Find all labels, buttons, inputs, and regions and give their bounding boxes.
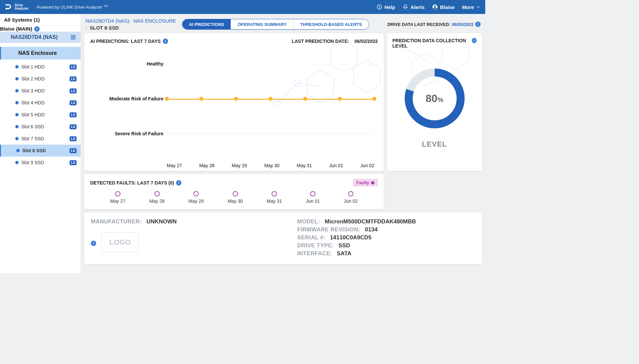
ls-badge: LS bbox=[70, 148, 77, 153]
sidebar-slot-item[interactable]: Slot 7 SSDLS bbox=[0, 133, 81, 145]
status-dot-icon bbox=[15, 161, 19, 164]
status-dot-icon bbox=[15, 137, 19, 140]
svg-rect-8 bbox=[74, 38, 75, 39]
manufacturer-value: UNKNOWN bbox=[146, 218, 177, 225]
user-menu[interactable]: Blaise bbox=[432, 4, 455, 10]
breadcrumb-enclosure[interactable]: NAS ENCLOSURE bbox=[133, 18, 176, 24]
fault-marker-icon bbox=[193, 191, 199, 196]
chart-point bbox=[303, 97, 307, 101]
sidebar-slot-item[interactable]: Slot 1 HDDLS bbox=[0, 61, 81, 73]
drivetype-value: SSD bbox=[338, 242, 350, 249]
last-received: DRIVE DATA LAST RECEIVED: 06/03/2022 i bbox=[387, 22, 481, 27]
fault-marker-icon bbox=[348, 191, 353, 196]
chart-point bbox=[338, 97, 342, 101]
fault-day: May 27 bbox=[110, 191, 125, 204]
svg-rect-7 bbox=[71, 38, 73, 39]
avatar-icon bbox=[432, 4, 438, 10]
svg-point-0 bbox=[6, 9, 7, 10]
collection-level-card: PREDICTION DATA COLLECTION LEVEL i 80% L… bbox=[387, 33, 482, 171]
fault-marker-icon bbox=[115, 191, 120, 196]
fault-day: May 31 bbox=[267, 191, 282, 204]
fault-day: Jun 01 bbox=[306, 191, 320, 204]
drive-specs-card: MANUFACTURER: UNKNOWN i LOGO MODEL:Micro… bbox=[84, 212, 482, 264]
manufacturer-label: MANUFACTURER: bbox=[91, 218, 142, 225]
slot-label: Slot 9 SSD bbox=[21, 160, 44, 165]
sidebar-slot-item[interactable]: Slot 2 HDDLS bbox=[0, 73, 81, 85]
nas-node[interactable]: NAS28D7D4 (NAS) bbox=[0, 32, 81, 43]
sidebar-slot-item[interactable]: Slot 9 SSDLS bbox=[0, 157, 81, 169]
serial-value: 14110C0A9CD5 bbox=[330, 234, 372, 241]
ls-badge: LS bbox=[70, 136, 77, 141]
more-menu[interactable]: More bbox=[462, 4, 481, 10]
firmware-value: 0134 bbox=[365, 226, 378, 233]
app-logo-icon bbox=[5, 3, 12, 11]
ls-badge: LS bbox=[70, 88, 77, 93]
slot-label: Slot 7 SSD bbox=[21, 136, 44, 141]
svg-text:?: ? bbox=[378, 5, 380, 9]
bell-icon bbox=[402, 4, 408, 10]
sidebar: All Systems (1) Blaise (MAIN) i NAS28D7D… bbox=[0, 14, 81, 273]
prediction-chart: HealthyModerate Risk of FailureSevere Ri… bbox=[90, 47, 378, 160]
info-icon[interactable]: i bbox=[475, 22, 481, 27]
all-systems-row[interactable]: All Systems (1) bbox=[0, 14, 81, 26]
sidebar-slot-item[interactable]: Slot 5 HDDLS bbox=[0, 109, 81, 121]
svg-rect-6 bbox=[74, 35, 75, 37]
faults-chart: May 27May 28May 29May 30May 31Jun 01Jun … bbox=[90, 186, 378, 204]
help-icon: ? bbox=[376, 4, 382, 10]
breadcrumb: NAS28D7D4 (NAS): NAS ENCLOSURE : SLOT 8 … bbox=[86, 17, 176, 31]
fault-marker-icon bbox=[154, 191, 160, 196]
fault-marker-icon bbox=[310, 191, 316, 196]
faulty-legend: Faulty bbox=[353, 179, 378, 186]
level-word: LEVEL bbox=[392, 140, 477, 149]
slot-label: Slot 4 HDD bbox=[21, 100, 45, 105]
ai-predictions-card: AI PREDICTIONS: LAST 7 DAYS i LAST PREDI… bbox=[84, 33, 384, 171]
ls-badge: LS bbox=[70, 112, 77, 117]
tab-operating-summary[interactable]: OPERATING SUMMARY bbox=[231, 19, 293, 29]
status-dot-icon bbox=[15, 113, 19, 116]
help-link[interactable]: ? Help bbox=[376, 4, 395, 10]
tab-threshold-alerts[interactable]: THRESHOLD-BASED ALERTS bbox=[293, 19, 369, 29]
breadcrumb-nas[interactable]: NAS28D7D4 (NAS): bbox=[86, 18, 130, 24]
main-owner-row[interactable]: Blaise (MAIN) i bbox=[0, 26, 81, 32]
slot-label: Slot 8 SSD bbox=[22, 148, 46, 153]
slot-label: Slot 2 HDD bbox=[21, 76, 45, 81]
chart-xtick: May 27 bbox=[167, 163, 182, 168]
info-icon[interactable]: i bbox=[472, 38, 477, 43]
fault-day: May 28 bbox=[149, 191, 165, 204]
info-icon[interactable]: i bbox=[163, 39, 168, 44]
fault-day: May 29 bbox=[188, 191, 204, 204]
sidebar-slot-item[interactable]: Slot 6 SSDLS bbox=[0, 121, 81, 133]
info-icon[interactable]: i bbox=[91, 241, 96, 246]
info-icon[interactable]: i bbox=[34, 26, 40, 32]
interface-value: SATA bbox=[337, 250, 351, 257]
fault-day: Jun 02 bbox=[344, 191, 358, 204]
level-title: PREDICTION DATA COLLECTION LEVEL bbox=[392, 38, 472, 49]
breadcrumb-slot: SLOT 8 SSD bbox=[90, 25, 119, 31]
sidebar-slot-item[interactable]: Slot 8 SSDLS bbox=[0, 145, 81, 157]
svg-line-19 bbox=[402, 47, 425, 60]
tab-ai-predictions[interactable]: AI PREDICTIONS bbox=[182, 19, 231, 29]
sidebar-slot-item[interactable]: Slot 4 HDDLS bbox=[0, 97, 81, 109]
slot-label: Slot 3 HDD bbox=[21, 88, 45, 93]
main-area: NAS28D7D4 (NAS): NAS ENCLOSURE : SLOT 8 … bbox=[81, 14, 485, 273]
status-dot-icon bbox=[15, 77, 19, 80]
ls-badge: LS bbox=[70, 64, 77, 69]
fault-day: May 30 bbox=[228, 191, 243, 204]
status-dot-icon bbox=[15, 125, 19, 128]
manufacturer-logo-placeholder: LOGO bbox=[102, 232, 138, 252]
grid-icon[interactable] bbox=[71, 35, 76, 40]
status-dot-icon bbox=[15, 89, 19, 92]
enclosure-node[interactable]: NAS Enclosure bbox=[0, 47, 81, 60]
svg-point-4 bbox=[434, 5, 436, 7]
chart-xtick: May 28 bbox=[199, 163, 215, 168]
sidebar-slot-item[interactable]: Slot 3 HDDLS bbox=[0, 85, 81, 97]
chart-point bbox=[165, 97, 169, 101]
slot-label: Slot 5 HDD bbox=[21, 112, 45, 117]
app-logo[interactable]: Drive Analyzer bbox=[5, 3, 29, 11]
info-icon[interactable]: i bbox=[176, 180, 181, 185]
ls-badge: LS bbox=[70, 124, 77, 129]
alerts-link[interactable]: Alerts bbox=[402, 4, 425, 10]
level-donut: 80% bbox=[403, 67, 466, 130]
ls-badge: LS bbox=[70, 100, 77, 105]
chart-point bbox=[372, 97, 376, 101]
